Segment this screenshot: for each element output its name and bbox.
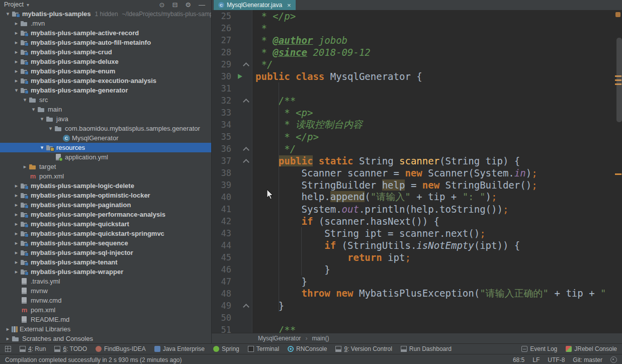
collapsed-arrow-icon[interactable]: ▸ [13,20,20,27]
code-line[interactable]: 31 [212,82,622,95]
gutter[interactable] [234,324,252,333]
tree-item[interactable]: ▸External Libraries [0,324,211,334]
tree-item[interactable]: ▸mybatis-plus-sample-performance-analysi… [0,210,211,219]
toolbar-run[interactable]: 4: Run [20,345,46,352]
tree-item[interactable]: ▾resources [0,143,211,152]
tree-item[interactable]: ▾mybatis-plus-sample-generator [0,85,211,95]
gutter[interactable] [234,215,252,227]
code-line[interactable]: 49 } [212,300,622,312]
code-text[interactable]: * <p> [252,107,622,118]
tree-item[interactable]: ▸mybatis-plus-sample-sequence [0,238,211,248]
collapsed-arrow-icon[interactable]: ▸ [4,326,12,332]
tree-item[interactable]: mvnw [0,286,211,296]
collapsed-arrow-icon[interactable]: ▸ [13,221,20,227]
collapsed-arrow-icon[interactable]: ▸ [13,77,20,84]
code-line[interactable]: 27 * @author jobob [212,34,622,46]
gutter[interactable] [234,167,252,179]
expanded-arrow-icon[interactable]: ▾ [47,125,54,132]
code-line[interactable]: 30public class MysqlGenerator { [212,70,622,82]
toolbar-version-control[interactable]: 9: Version Control [335,345,392,352]
code-line[interactable]: 26 * [212,22,622,34]
tree-item[interactable]: ▾java [0,114,211,124]
code-text[interactable]: * 读取控制台内容 [252,118,622,131]
tree-item[interactable]: ▸mybatis-plus-sample-sql-injector [0,248,211,257]
tree-item[interactable]: ▸Scratches and Consoles [0,334,211,343]
code-line[interactable]: 29 */ [212,58,622,70]
code-text[interactable]: String ipt = scanner.next(); [252,228,622,239]
fold-icon[interactable] [243,147,249,153]
code-text[interactable]: */ [252,143,622,154]
collapsed-arrow-icon[interactable]: ▸ [13,39,20,46]
collapsed-arrow-icon[interactable]: ▸ [13,240,20,246]
code-text[interactable]: * @author jobob [252,35,622,46]
expanded-arrow-icon[interactable]: ▾ [38,116,46,122]
toolbar-todo[interactable]: 6: TODO [54,345,87,352]
code-line[interactable]: 38 Scanner scanner = new Scanner(System.… [212,167,622,179]
run-icon[interactable] [238,74,242,79]
toolwindow-switcher-icon[interactable] [5,346,11,352]
encoding[interactable]: UTF-8 [548,356,565,363]
gutter[interactable] [234,155,252,167]
gutter[interactable] [234,22,252,34]
code-text[interactable]: /** [252,324,622,333]
locate-file-icon[interactable]: ⊙ [159,2,165,8]
collapsed-arrow-icon[interactable]: ▸ [13,49,20,55]
gutter[interactable] [234,46,252,58]
tree-item[interactable]: CMysqlGenerator [0,133,211,143]
code-text[interactable]: Scanner scanner = new Scanner(System.in)… [252,167,622,178]
gutter[interactable] [234,276,252,288]
tree-item[interactable]: ▸mybatis-plus-sample-active-record [0,28,211,38]
code-line[interactable]: 37 public static String scanner(String t… [212,155,622,167]
code-text[interactable]: * [252,23,622,34]
breadcrumb-class[interactable]: MysqlGenerator [258,335,301,342]
tree-item[interactable]: README.md [0,315,211,324]
code-line[interactable]: 48 throw new MybatisPlusException("请输入正确… [212,288,622,300]
toolbar-jrebel-console[interactable]: JRebel Console [566,345,617,352]
tree-item[interactable]: ▸mybatis-plus-sample-pagination [0,200,211,210]
tree-item[interactable]: ▾main [0,105,211,114]
gutter[interactable] [234,288,252,300]
gutter[interactable] [234,119,252,131]
gutter[interactable] [234,227,252,239]
toolbar-run-dashboard[interactable]: Run Dashboard [401,345,452,352]
gutter[interactable] [234,300,252,312]
tree-item[interactable]: ▸mybatis-plus-sample-tenant [0,257,211,267]
error-stripe-mark[interactable] [615,173,621,175]
code-line[interactable]: 51 /** [212,324,622,333]
fold-icon[interactable] [243,304,249,310]
toolbar-findbugs[interactable]: FindBugs-IDEA [96,345,146,352]
code-line[interactable]: 42 if (scanner.hasNext()) { [212,215,622,227]
tree-item[interactable]: ▸mybatis-plus-sample-deluxe [0,57,211,66]
code-line[interactable]: 39 StringBuilder help = new StringBuilde… [212,179,622,191]
collapsed-arrow-icon[interactable]: ▸ [13,68,20,74]
gutter[interactable] [234,312,252,324]
gutter[interactable] [234,143,252,155]
inspection-profile-icon[interactable] [610,356,617,363]
code-line[interactable]: 41 System.out.println(help.toString()); [212,203,622,215]
code-line[interactable]: 46 } [212,263,622,276]
code-text[interactable]: public class MysqlGenerator { [252,71,622,82]
git-branch[interactable]: Git: master [573,356,602,363]
code-text[interactable]: * @since 2018-09-12 [252,47,622,58]
toolbar-java-enterprise[interactable]: Java Enterprise [154,345,205,352]
gutter[interactable] [234,179,252,191]
code-text[interactable]: if (scanner.hasNext()) { [252,216,622,227]
editor-area[interactable]: 25 * </p>26 *27 * @author jobob28 * @sin… [212,10,622,333]
gutter[interactable] [234,263,252,276]
editor-scrollbar[interactable] [616,38,622,122]
hide-panel-icon[interactable]: — [199,2,205,8]
gutter[interactable] [234,191,252,203]
gutter[interactable] [234,107,252,119]
code-text[interactable]: * </p> [252,131,622,142]
fold-icon[interactable] [243,159,249,165]
expanded-arrow-icon[interactable]: ▾ [38,144,46,151]
gutter[interactable] [234,34,252,46]
collapsed-arrow-icon[interactable]: ▸ [4,335,12,342]
code-text[interactable]: return ipt; [252,252,622,263]
collapse-all-icon[interactable]: ⊟ [172,2,177,8]
settings-icon[interactable]: ⚙ [185,2,191,8]
expanded-arrow-icon[interactable]: ▾ [4,11,12,17]
code-line[interactable]: 50 [212,312,622,324]
tree-item[interactable]: application.yml [0,152,211,162]
collapsed-arrow-icon[interactable]: ▸ [13,58,20,65]
